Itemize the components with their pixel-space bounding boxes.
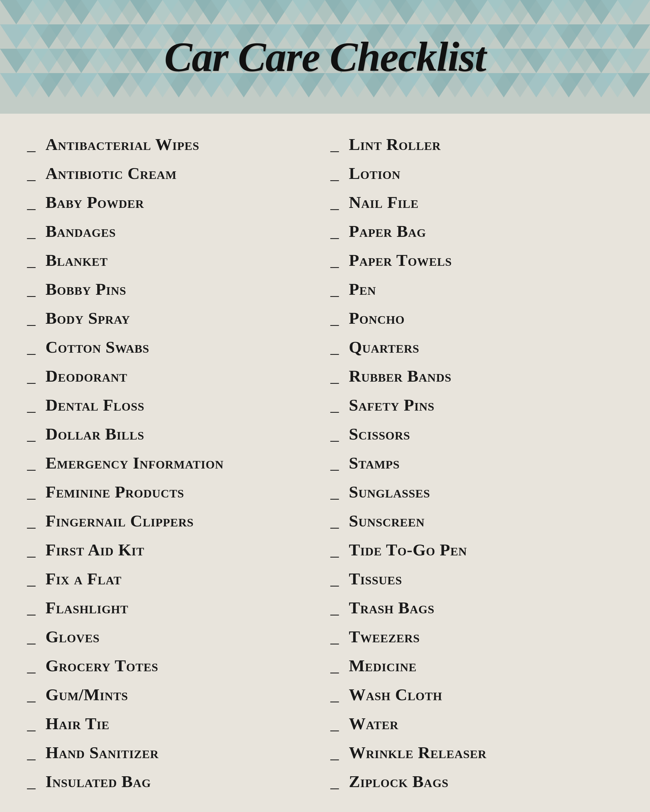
checkbox-placeholder[interactable]: _ — [330, 686, 347, 703]
item-label: Trash Bags — [349, 598, 434, 617]
checkbox-placeholder[interactable]: _ — [27, 455, 43, 471]
item-label: Stamps — [349, 453, 400, 473]
checkbox-placeholder[interactable]: _ — [330, 368, 347, 385]
list-item: _ Safety Pins — [325, 391, 629, 420]
checkbox-placeholder[interactable]: _ — [27, 512, 43, 529]
checkbox-placeholder[interactable]: _ — [330, 397, 347, 413]
list-item: _ Feminine Products — [22, 478, 325, 507]
item-label: Emergency Information — [46, 453, 224, 473]
checkbox-placeholder[interactable]: _ — [27, 686, 43, 703]
checkbox-placeholder[interactable]: _ — [27, 570, 43, 587]
item-label: Fix a Flat — [46, 569, 122, 588]
item-label: Lotion — [349, 164, 401, 183]
checkbox-placeholder[interactable]: _ — [27, 397, 43, 413]
item-label: Body Spray — [46, 308, 130, 328]
checkbox-placeholder[interactable]: _ — [27, 310, 43, 327]
checkbox-placeholder[interactable]: _ — [27, 541, 43, 558]
list-item: _ Bandages — [22, 217, 325, 246]
list-item: _ Poncho — [325, 304, 629, 333]
list-item: _ Antibiotic Cream — [22, 159, 325, 188]
list-item: _ Medicine — [325, 651, 629, 680]
checkbox-placeholder[interactable]: _ — [330, 570, 347, 587]
item-label: Tweezers — [349, 627, 420, 646]
list-item: _ Bobby Pins — [22, 275, 325, 304]
checkbox-placeholder[interactable]: _ — [330, 165, 347, 182]
checkbox-placeholder[interactable]: _ — [330, 426, 347, 442]
checkbox-placeholder[interactable]: _ — [27, 599, 43, 616]
list-item: _ Grocery Totes — [22, 651, 325, 680]
item-label: Medicine — [349, 656, 417, 675]
item-label: First Aid Kit — [46, 540, 144, 559]
item-label: Insulated Bag — [46, 772, 151, 791]
item-label: Ziplock Bags — [349, 772, 448, 791]
item-label: Sunscreen — [349, 511, 425, 531]
left-column: _ Antibacterial Wipes_ Antibiotic Cream_… — [22, 130, 325, 796]
checkbox-placeholder[interactable]: _ — [27, 252, 43, 269]
list-item: _ Lotion — [325, 159, 629, 188]
checkbox-placeholder[interactable]: _ — [27, 194, 43, 211]
item-label: Feminine Products — [46, 482, 184, 502]
page-title: Car Care Checklist — [164, 33, 486, 81]
list-item: _ Cotton Swabs — [22, 333, 325, 362]
item-label: Pen — [349, 279, 376, 299]
checkbox-placeholder[interactable]: _ — [330, 512, 347, 529]
list-item: _ Gloves — [22, 622, 325, 651]
list-item: _ Ziplock Bags — [325, 767, 629, 796]
checkbox-placeholder[interactable]: _ — [27, 165, 43, 182]
checkbox-placeholder[interactable]: _ — [27, 628, 43, 645]
checkbox-placeholder[interactable]: _ — [27, 657, 43, 674]
item-label: Gum/Mints — [46, 685, 128, 704]
checkbox-placeholder[interactable]: _ — [330, 223, 347, 240]
item-label: Antibiotic Cream — [46, 164, 177, 183]
item-label: Hair Tie — [46, 714, 109, 733]
checkbox-placeholder[interactable]: _ — [330, 484, 347, 500]
list-item: _ Water — [325, 709, 629, 738]
list-item: _ Gum/Mints — [22, 680, 325, 709]
checkbox-placeholder[interactable]: _ — [330, 339, 347, 356]
item-label: Poncho — [349, 308, 405, 328]
checkbox-placeholder[interactable]: _ — [330, 599, 347, 616]
list-item: _ Rubber Bands — [325, 362, 629, 391]
item-label: Cotton Swabs — [46, 337, 149, 357]
list-item: _ Paper Bag — [325, 217, 629, 246]
checkbox-placeholder[interactable]: _ — [27, 744, 43, 761]
checkbox-placeholder[interactable]: _ — [27, 715, 43, 732]
checkbox-placeholder[interactable]: _ — [27, 426, 43, 442]
list-item: _ Wash Cloth — [325, 680, 629, 709]
list-item: _ Nail File — [325, 188, 629, 217]
item-label: Bandages — [46, 222, 116, 241]
checkbox-placeholder[interactable]: _ — [330, 541, 347, 558]
list-item: _ Wrinkle Releaser — [325, 738, 629, 767]
list-item: _ Pen — [325, 275, 629, 304]
checkbox-placeholder[interactable]: _ — [27, 136, 43, 153]
item-label: Baby Powder — [46, 193, 144, 212]
checkbox-placeholder[interactable]: _ — [27, 339, 43, 356]
checkbox-placeholder[interactable]: _ — [330, 281, 347, 298]
list-item: _ Blanket — [22, 246, 325, 275]
list-item: _ Scissors — [325, 420, 629, 449]
item-label: Rubber Bands — [349, 366, 451, 386]
checkbox-placeholder[interactable]: _ — [330, 136, 347, 153]
checkbox-placeholder[interactable]: _ — [330, 744, 347, 761]
checklist-content: _ Antibacterial Wipes_ Antibiotic Cream_… — [0, 114, 650, 812]
checkbox-placeholder[interactable]: _ — [330, 252, 347, 269]
checkbox-placeholder[interactable]: _ — [27, 223, 43, 240]
item-label: Paper Towels — [349, 250, 452, 270]
checkbox-placeholder[interactable]: _ — [27, 281, 43, 298]
item-label: Dental Floss — [46, 395, 144, 415]
checkbox-placeholder[interactable]: _ — [330, 657, 347, 674]
list-item: _ Sunscreen — [325, 507, 629, 536]
checkbox-placeholder[interactable]: _ — [27, 484, 43, 500]
checkbox-placeholder[interactable]: _ — [330, 715, 347, 732]
checkbox-placeholder[interactable]: _ — [330, 455, 347, 471]
checkbox-placeholder[interactable]: _ — [330, 628, 347, 645]
list-item: _ Body Spray — [22, 304, 325, 333]
checkbox-placeholder[interactable]: _ — [27, 368, 43, 385]
list-item: _ Tweezers — [325, 622, 629, 651]
checkbox-placeholder[interactable]: _ — [330, 773, 347, 790]
list-item: _ Antibacterial Wipes — [22, 130, 325, 159]
item-label: Paper Bag — [349, 222, 426, 241]
checkbox-placeholder[interactable]: _ — [27, 773, 43, 790]
checkbox-placeholder[interactable]: _ — [330, 310, 347, 327]
checkbox-placeholder[interactable]: _ — [330, 194, 347, 211]
